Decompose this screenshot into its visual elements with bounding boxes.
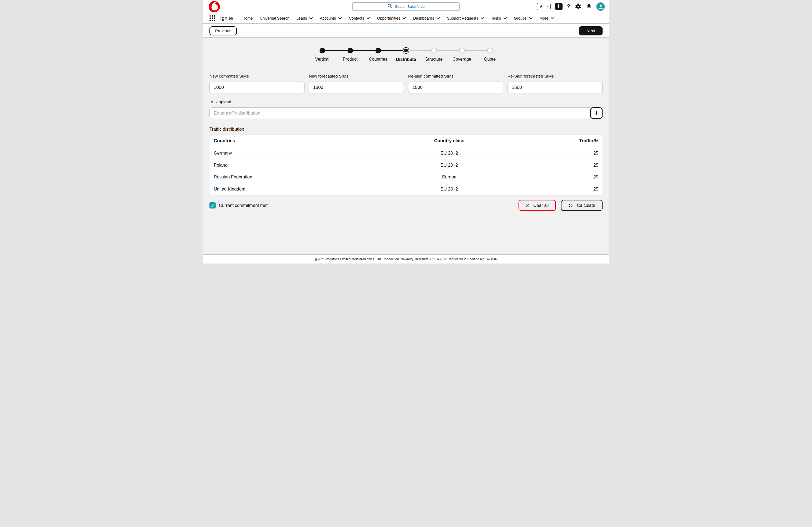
cell-country: Poland [209, 163, 375, 168]
nav-item-leads[interactable]: Leads [293, 13, 317, 23]
cell-country-class: EU 28+2 [375, 186, 524, 192]
bulk-upload-input[interactable] [209, 107, 603, 119]
current-commitment-checkbox[interactable] [209, 202, 216, 209]
step-dot [431, 48, 437, 54]
bulk-upload-label: Bulk upload [209, 100, 603, 104]
chevron-down-icon [437, 17, 440, 19]
actions-row: Current commitment met Cear all [209, 200, 603, 211]
chevron-down-icon [551, 17, 554, 19]
cell-country-class: EU 28+2 [375, 151, 524, 156]
wizard-toolbar: Previous Next [203, 24, 609, 37]
bulk-upload-section: Bulk upload [209, 100, 603, 119]
new-forecasted-sims-input[interactable] [309, 81, 404, 93]
notifications-bell-icon[interactable] [586, 3, 592, 10]
search-placeholder: Search Salesforce [395, 4, 424, 9]
previous-button[interactable]: Previous [209, 26, 237, 35]
nav-item-dashboards[interactable]: Dashboards [409, 13, 443, 23]
app-launcher-icon[interactable] [209, 15, 215, 21]
field-label: Re-Sign forecasted SIMs [508, 74, 603, 79]
calculate-button[interactable]: Calculate [561, 200, 603, 211]
nav-item-tasks[interactable]: Tasks [488, 13, 510, 23]
plus-icon [557, 4, 561, 9]
step-connector [434, 50, 462, 51]
search-icon [388, 4, 392, 10]
table-row[interactable]: Russian Federation Europe 25 [209, 171, 603, 183]
step-countries[interactable]: Countries [364, 47, 392, 62]
resign-forecasted-sims-input[interactable] [508, 81, 603, 93]
step-distribute[interactable]: Distribute [392, 47, 420, 62]
help-icon[interactable]: ? [567, 3, 570, 10]
checkbox-label: Current commitment met [219, 203, 268, 208]
action-buttons: Cear all Calculate [519, 200, 603, 211]
step-connector [322, 50, 350, 51]
nav-item-opportunities[interactable]: Opportunities [374, 13, 409, 23]
cell-traffic: 25 [524, 175, 603, 180]
chevron-down-icon [366, 17, 370, 19]
field-label: New forecasted SIMs [309, 74, 404, 79]
app-name: Ignite [220, 15, 233, 21]
chevron-down-icon [504, 17, 507, 19]
user-avatar[interactable] [596, 2, 605, 11]
chevron-down-icon [338, 17, 342, 19]
field-resign-committed-sims: Re-sign committed SIMs [408, 74, 503, 93]
nav-item-groups[interactable]: Groups [510, 13, 536, 23]
nav-item-accounts[interactable]: Accounts [316, 13, 345, 23]
step-structure[interactable]: Structure [420, 47, 448, 62]
global-actions-button[interactable] [555, 3, 563, 10]
next-button[interactable]: Next [579, 26, 603, 35]
field-label: New committed SIMs [209, 74, 305, 79]
table-row[interactable]: Germany EU 28+2 25 [209, 147, 603, 159]
cell-country: Germany [209, 151, 375, 156]
cell-country: Russian Federation [209, 175, 375, 180]
traffic-distribution-title: Traffic distribution [209, 127, 603, 132]
cell-traffic: 25 [524, 163, 603, 168]
step-dot [459, 48, 465, 54]
table-row[interactable]: United Kingdom EU 28+2 25 [209, 183, 603, 195]
ignite-distribute-page: Search Salesforce ★ ▾ ? [203, 0, 609, 264]
setup-gear-icon[interactable] [575, 3, 582, 10]
nav-item-contacts[interactable]: Contacts [345, 13, 374, 23]
cell-traffic: 25 [524, 151, 603, 156]
favorites-split-button[interactable]: ★ ▾ [537, 3, 551, 10]
field-resign-forecasted-sims: Re-Sign forecasted SIMs [508, 74, 603, 93]
global-header: Search Salesforce ★ ▾ ? [203, 0, 609, 13]
resign-committed-sims-input[interactable] [408, 81, 503, 93]
header-actions: ★ ▾ ? [537, 0, 605, 13]
step-connector [406, 50, 434, 51]
column-header-traffic: Traffic % [524, 138, 603, 144]
clear-all-button[interactable]: Cear all [519, 200, 556, 211]
caret-down-icon[interactable]: ▾ [545, 3, 550, 10]
cell-country-class: Europe [375, 175, 524, 180]
check-icon [211, 204, 215, 207]
vodafone-logo [208, 1, 220, 14]
step-dot [487, 48, 493, 54]
nav-item-support-requests[interactable]: Support Requests [444, 13, 488, 23]
commitment-check-group: Current commitment met [209, 202, 268, 209]
step-dot [375, 48, 381, 54]
column-header-countries: Countries [209, 138, 375, 144]
traffic-distribution-table: Countries Country class Traffic % German… [209, 135, 603, 195]
table-row[interactable]: Poland EU 28+2 25 [209, 159, 603, 171]
new-committed-sims-input[interactable] [209, 81, 305, 93]
cell-country: United Kingdom [209, 186, 375, 192]
chevron-down-icon [403, 17, 406, 19]
main-content: Vertical Product Countries Distribute St [203, 47, 609, 211]
chevron-down-icon [309, 17, 313, 19]
nav-item-universal-search[interactable]: Universal Search [256, 13, 293, 23]
star-icon[interactable]: ★ [537, 3, 545, 10]
nav-item-more[interactable]: More [536, 13, 558, 23]
nav-item-home[interactable]: Home [239, 13, 257, 23]
add-distribution-button[interactable] [590, 107, 603, 119]
table-header-row: Countries Country class Traffic % [209, 135, 603, 147]
page-footer: @2021 Vodafone Limited registered office… [203, 254, 609, 264]
step-coverage[interactable]: Coverage [448, 47, 476, 62]
step-vertical[interactable]: Vertical [308, 47, 336, 62]
app-navigation-bar: Ignite Home Universal Search Leads Accou… [203, 13, 609, 24]
step-quote[interactable]: Quote [476, 47, 504, 62]
step-product[interactable]: Product [336, 47, 364, 62]
nav-items: Home Universal Search Leads Accounts Con… [239, 13, 558, 23]
global-search-input[interactable]: Search Salesforce [352, 2, 460, 11]
step-connector [462, 50, 490, 51]
step-dot [320, 48, 325, 54]
column-header-country-class: Country class [375, 138, 524, 144]
